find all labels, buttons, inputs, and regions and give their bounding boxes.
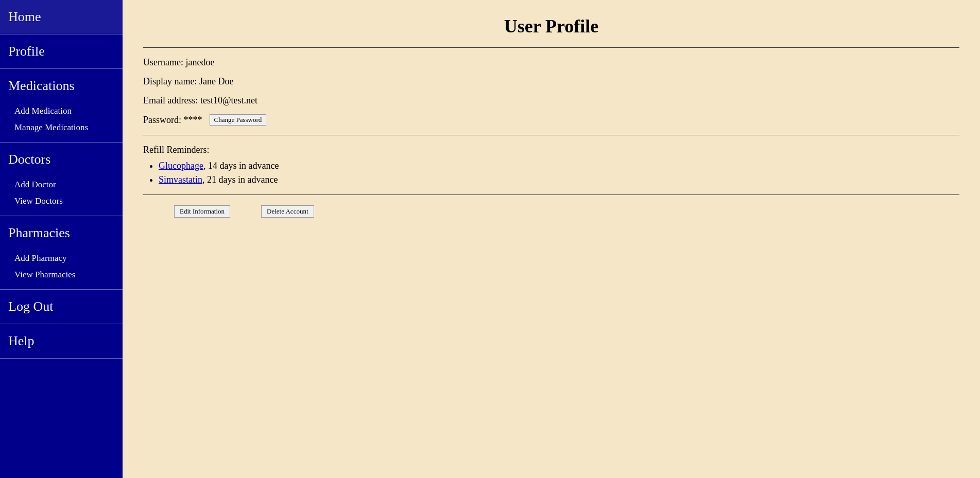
password-row: Password: **** Change Password [143, 114, 959, 126]
change-password-button[interactable]: Change Password [210, 114, 267, 126]
refill-section: Refill Reminders: Glucophage, 14 days in… [143, 145, 959, 185]
sidebar-item-profile[interactable]: Profile [0, 34, 123, 68]
sidebar-item-add-pharmacy[interactable]: Add Pharmacy [0, 250, 123, 267]
divider-top [143, 47, 959, 48]
sidebar-item-view-doctors[interactable]: View Doctors [0, 193, 123, 209]
sidebar-item-manage-medications[interactable]: Manage Medications [0, 119, 123, 136]
list-item: Glucophage, 14 days in advance [159, 161, 959, 171]
sidebar-item-pharmacies[interactable]: Pharmacies [0, 216, 123, 250]
username-field: Username: janedoe [143, 57, 959, 68]
simvastatin-link[interactable]: Simvastatin [159, 174, 202, 185]
glucophage-detail: , 14 days in advance [203, 161, 279, 171]
edit-information-button[interactable]: Edit Information [174, 205, 230, 218]
main-content: User Profile Username: janedoe Display n… [123, 0, 980, 478]
email-field: Email address: test10@test.net [143, 95, 959, 106]
refill-list: Glucophage, 14 days in advance Simvastat… [143, 161, 959, 185]
action-buttons: Edit Information Delete Account [143, 205, 959, 218]
sidebar-item-add-doctor[interactable]: Add Doctor [0, 176, 123, 193]
refill-reminders-title: Refill Reminders: [143, 145, 959, 155]
simvastatin-detail: , 21 days in advance [202, 174, 278, 185]
sidebar-item-help[interactable]: Help [0, 324, 123, 358]
sidebar-item-logout[interactable]: Log Out [0, 290, 123, 324]
divider-middle [143, 135, 959, 135]
sidebar: Home Profile Medications Add Medication … [0, 0, 123, 478]
glucophage-link[interactable]: Glucophage [159, 161, 203, 171]
page-title: User Profile [143, 15, 959, 37]
sidebar-item-home[interactable]: Home [0, 0, 123, 34]
sidebar-item-doctors[interactable]: Doctors [0, 143, 123, 176]
sidebar-item-medications[interactable]: Medications [0, 69, 123, 103]
password-label: Password: **** [143, 115, 202, 126]
display-name-field: Display name: Jane Doe [143, 76, 959, 87]
sidebar-item-view-pharmacies[interactable]: View Pharmacies [0, 267, 123, 283]
sidebar-item-add-medication[interactable]: Add Medication [0, 103, 123, 119]
delete-account-button[interactable]: Delete Account [261, 205, 314, 218]
list-item: Simvastatin, 21 days in advance [159, 174, 959, 185]
divider-bottom [143, 194, 959, 195]
